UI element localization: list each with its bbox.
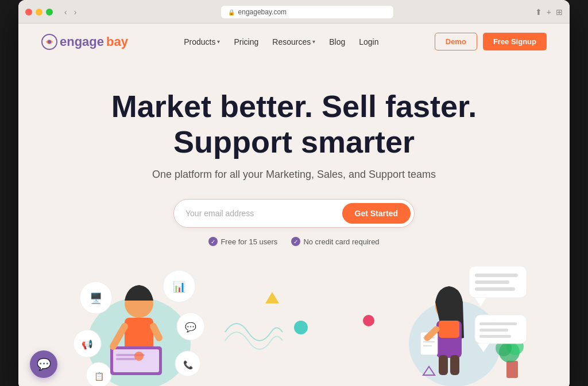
- hero-title: Market better. Sell faster. Support smar…: [30, 88, 558, 159]
- url-text: engagebay.com: [238, 8, 287, 16]
- nav-pricing[interactable]: Pricing: [234, 37, 258, 46]
- lock-icon: 🔒: [228, 9, 235, 15]
- email-input[interactable]: [185, 209, 342, 218]
- wave-decoration: [219, 309, 288, 355]
- trust-badges: ✓ Free for 15 users ✓ No credit card req…: [30, 237, 558, 246]
- logo-bay-text: bay: [106, 34, 128, 49]
- maximize-button[interactable]: [46, 9, 53, 15]
- svg-rect-32: [475, 280, 509, 284]
- nav-buttons: Demo Free Signup: [435, 33, 547, 50]
- trust-badge-users: ✓ Free for 15 users: [208, 237, 277, 246]
- logo-icon: [41, 34, 57, 50]
- check-icon-2: ✓: [291, 237, 300, 246]
- svg-text:📢: 📢: [82, 339, 93, 350]
- navbar: engagebay Products ▾ Pricing Resources ▾…: [18, 24, 570, 60]
- nav-resources[interactable]: Resources ▾: [272, 37, 315, 46]
- circle-red-decoration: [363, 315, 374, 326]
- extensions-button[interactable]: ⊞: [556, 7, 563, 17]
- close-button[interactable]: [25, 9, 32, 15]
- right-character-illustration: [386, 263, 535, 386]
- page-content: engagebay Products ▾ Pricing Resources ▾…: [18, 24, 570, 386]
- svg-point-21: [134, 352, 144, 361]
- svg-rect-25: [506, 361, 518, 378]
- nav-login[interactable]: Login: [359, 37, 378, 46]
- chat-widget[interactable]: 💬: [30, 350, 57, 378]
- left-character-illustration: 🖥️ 📊 📢 💬 📋 📞: [64, 263, 225, 386]
- svg-rect-38: [479, 335, 511, 338]
- svg-text:🖥️: 🖥️: [90, 292, 103, 305]
- share-button[interactable]: ⬆: [535, 7, 542, 17]
- left-illustration-svg: 🖥️ 📊 📢 💬 📋 📞: [64, 263, 225, 386]
- nav-products[interactable]: Products ▾: [184, 37, 220, 46]
- nav-blog[interactable]: Blog: [329, 37, 345, 46]
- svg-rect-33: [475, 287, 515, 291]
- chevron-down-icon-2: ▾: [312, 38, 315, 45]
- check-icon-1: ✓: [208, 237, 218, 246]
- traffic-lights: [25, 9, 53, 15]
- get-started-button[interactable]: Get Started: [342, 203, 411, 224]
- nav-links: Products ▾ Pricing Resources ▾ Blog Logi…: [184, 37, 378, 46]
- hero-subtitle: One platform for all your Marketing, Sal…: [30, 169, 558, 181]
- svg-marker-30: [475, 298, 486, 306]
- svg-rect-37: [479, 329, 508, 332]
- svg-rect-42: [439, 355, 448, 375]
- browser-window: ‹ › 🔒 engagebay.com ⬆ + ⊞ engageb: [18, 0, 570, 386]
- svg-rect-41: [439, 321, 459, 338]
- svg-text:💬: 💬: [185, 322, 196, 333]
- svg-rect-20: [116, 358, 136, 360]
- new-tab-button[interactable]: +: [547, 7, 551, 17]
- chevron-down-icon: ▾: [217, 38, 220, 45]
- svg-rect-36: [479, 322, 517, 325]
- svg-rect-43: [450, 355, 459, 375]
- address-bar-container: 🔒 engagebay.com: [83, 6, 530, 18]
- browser-chrome: ‹ › 🔒 engagebay.com ⬆ + ⊞: [18, 0, 570, 24]
- right-illustration-svg: [386, 263, 535, 386]
- circle-teal-decoration: [294, 321, 308, 334]
- back-button[interactable]: ‹: [62, 6, 69, 18]
- free-signup-button[interactable]: Free Signup: [483, 33, 547, 50]
- logo[interactable]: engagebay: [41, 34, 128, 50]
- browser-actions: ⬆ + ⊞: [535, 7, 563, 17]
- email-form: Get Started: [173, 199, 415, 228]
- svg-text:📊: 📊: [173, 280, 186, 293]
- minimize-button[interactable]: [36, 9, 42, 15]
- forward-button[interactable]: ›: [72, 6, 79, 18]
- hero-section: Market better. Sell faster. Support smar…: [18, 60, 570, 258]
- demo-button[interactable]: Demo: [435, 33, 477, 50]
- browser-navigation: ‹ ›: [62, 6, 79, 18]
- logo-engage-text: engage: [60, 34, 104, 49]
- svg-point-1: [48, 40, 51, 44]
- svg-rect-31: [475, 274, 518, 277]
- svg-text:📞: 📞: [183, 360, 194, 370]
- svg-text:📋: 📋: [94, 372, 105, 381]
- triangle-decoration: [265, 292, 279, 303]
- address-bar[interactable]: 🔒 engagebay.com: [221, 6, 393, 18]
- chat-widget-icon: 💬: [37, 357, 51, 371]
- illustration-area: 🖥️ 📊 📢 💬 📋 📞: [18, 263, 570, 386]
- trust-badge-card: ✓ No credit card required: [291, 237, 379, 246]
